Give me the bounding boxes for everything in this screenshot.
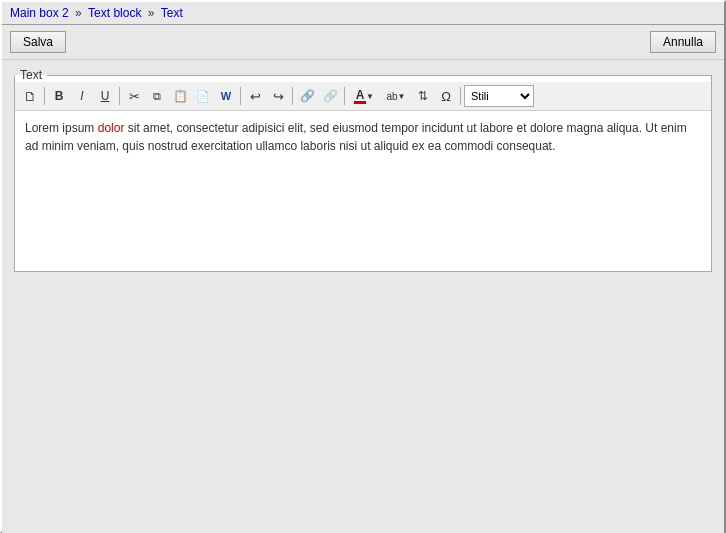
underline-button[interactable]: U <box>94 85 116 107</box>
editor-fieldset: Text 🗋 B I U <box>14 68 712 272</box>
breadcrumb-text-block[interactable]: Text block <box>88 6 141 20</box>
sep-4 <box>292 87 293 105</box>
cut-button[interactable]: ✂ <box>123 85 145 107</box>
unlink-button[interactable]: 🔗 <box>319 85 341 107</box>
sort-icon: ⇅ <box>418 89 428 103</box>
undo-icon: ↩ <box>250 89 261 104</box>
text-after-highlight: sit amet, consectetur adipisici elit, se… <box>124 121 686 135</box>
breadcrumb: Main box 2 » Text block » Text <box>10 6 183 20</box>
sort-button[interactable]: ⇅ <box>412 85 434 107</box>
paste-button[interactable]: 📋 <box>169 85 191 107</box>
undo-button[interactable]: ↩ <box>244 85 266 107</box>
paste-word-button[interactable]: W <box>215 85 237 107</box>
breadcrumb-bar: Main box 2 » Text block » Text <box>2 2 724 25</box>
action-bar: Salva Annulla <box>2 25 724 60</box>
paste-word-icon: W <box>221 90 231 102</box>
text-line2: ad minim veniam, quis nostrud exercitati… <box>25 139 555 153</box>
bold-button[interactable]: B <box>48 85 70 107</box>
spell-check-button[interactable]: ab ▼ <box>381 85 411 107</box>
paste-text-button[interactable]: 📄 <box>192 85 214 107</box>
italic-button[interactable]: I <box>71 85 93 107</box>
redo-icon: ↪ <box>273 89 284 104</box>
new-doc-button[interactable]: 🗋 <box>19 85 41 107</box>
new-doc-icon: 🗋 <box>24 89 37 104</box>
italic-icon: I <box>80 89 83 103</box>
underline-icon: U <box>101 89 110 103</box>
link-button[interactable]: 🔗 <box>296 85 318 107</box>
redo-button[interactable]: ↪ <box>267 85 289 107</box>
editor-content-area[interactable]: Lorem ipsum dolor sit amet, consectetur … <box>15 111 711 271</box>
copy-button[interactable]: ⧉ <box>146 85 168 107</box>
bold-icon: B <box>55 89 64 103</box>
copy-icon: ⧉ <box>153 90 161 103</box>
sep-2 <box>119 87 120 105</box>
breadcrumb-sep-1: » <box>75 6 85 20</box>
sep-5 <box>344 87 345 105</box>
spell-dropdown-arrow: ▼ <box>398 92 406 101</box>
editor-legend: Text <box>15 68 47 82</box>
spell-check-icon: ab <box>386 91 397 102</box>
cancel-button[interactable]: Annulla <box>650 31 716 53</box>
font-color-icon: A <box>354 88 366 104</box>
color-dropdown-arrow: ▼ <box>366 92 374 101</box>
sep-6 <box>460 87 461 105</box>
main-content: Text 🗋 B I U <box>2 60 724 533</box>
omega-icon: Ω <box>441 89 451 104</box>
unlink-icon: 🔗 <box>323 89 338 103</box>
style-select[interactable]: Stili Normal Heading 1 Heading 2 Heading… <box>464 85 534 107</box>
paste-icon: 📋 <box>173 89 188 103</box>
highlighted-text: dolor <box>98 121 125 135</box>
save-button[interactable]: Salva <box>10 31 66 53</box>
breadcrumb-main-box[interactable]: Main box 2 <box>10 6 69 20</box>
link-icon: 🔗 <box>300 89 315 103</box>
sep-1 <box>44 87 45 105</box>
special-char-button[interactable]: Ω <box>435 85 457 107</box>
text-before-highlight: Lorem ipsum <box>25 121 98 135</box>
font-color-button[interactable]: A ▼ <box>348 85 380 107</box>
sep-3 <box>240 87 241 105</box>
editor-toolbar: 🗋 B I U ✂ <box>15 82 711 111</box>
paste-text-icon: 📄 <box>196 90 210 103</box>
breadcrumb-sep-2: » <box>148 6 158 20</box>
cut-icon: ✂ <box>129 89 140 104</box>
breadcrumb-text[interactable]: Text <box>161 6 183 20</box>
